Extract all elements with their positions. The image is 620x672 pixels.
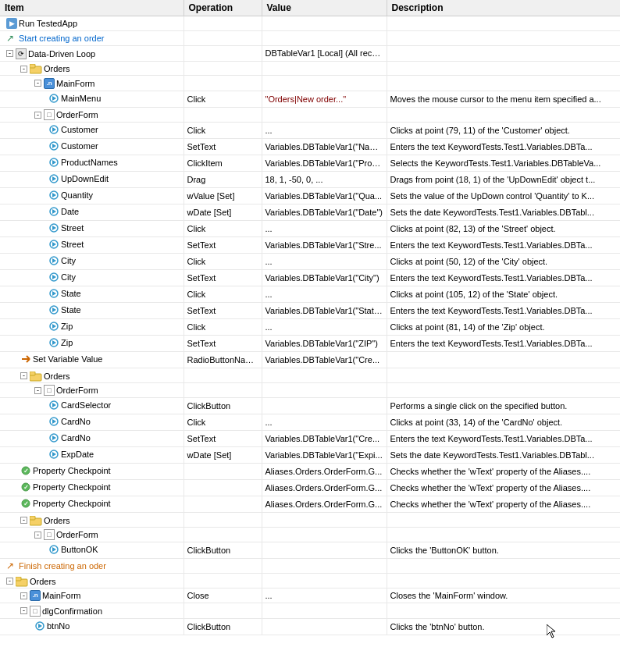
svg-marker-29 — [52, 324, 56, 329]
operation-cell: RadioButtonName [Pr... — [184, 352, 262, 368]
table-row[interactable]: ↗ Start creating an order — [0, 31, 620, 46]
table-row[interactable]: City Click...Clicks at point (50, 12) of… — [0, 254, 620, 270]
table-row[interactable]: - □ OrderForm — [0, 382, 620, 398]
table-row[interactable]: State Click...Clicks at point (105, 12) … — [0, 286, 620, 303]
operation-cell: SetText — [184, 336, 262, 352]
expand-icon[interactable]: - — [34, 532, 41, 539]
item-cell: City — [0, 254, 184, 270]
expand-icon[interactable]: - — [6, 50, 13, 57]
action-icon — [48, 140, 59, 151]
item-cell: State — [0, 303, 184, 319]
item-cell: ProductNames — [0, 155, 184, 172]
description-cell: Selects the KeywordTests.Test1.Variables… — [387, 155, 620, 172]
value-cell — [262, 513, 387, 528]
table-row[interactable]: ✓ Property Checkpoint Aliases.Orders.Ord… — [0, 480, 620, 496]
table-row[interactable]: Zip SetTextVariables.DBTableVar1("ZIP")E… — [0, 336, 620, 352]
expand-icon[interactable]: - — [20, 66, 27, 73]
item-cell: Quantity — [0, 188, 184, 204]
description-cell: Clicks at point (50, 12) of the 'City' o… — [387, 254, 620, 270]
description-cell: Clicks the 'btnNo' button. — [387, 618, 620, 635]
table-row[interactable]: Set Variable Value RadioButtonName [Pr..… — [0, 352, 620, 368]
table-row[interactable]: - Orders — [0, 61, 620, 76]
table-row[interactable]: ✓ Property Checkpoint Aliases.Orders.Ord… — [0, 464, 620, 480]
description-cell — [387, 527, 620, 542]
value-cell — [262, 574, 387, 588]
value-cell — [262, 61, 387, 76]
value-cell: Variables.DBTableVar1("Nam... — [262, 139, 387, 155]
table-row[interactable]: - Orders — [0, 513, 620, 528]
expand-icon[interactable]: - — [34, 387, 41, 394]
operation-cell — [184, 31, 262, 46]
action-icon — [48, 337, 59, 348]
table-row[interactable]: Customer Click...Clicks at point (79, 11… — [0, 123, 620, 139]
table-row[interactable]: CardNo Click...Clicks at point (33, 14) … — [0, 414, 620, 431]
description-cell: Sets the date KeywordTests.Test1.Variabl… — [387, 447, 620, 464]
item-label: Customer — [61, 125, 98, 134]
table-row[interactable]: ✓ Property Checkpoint Aliases.Orders.Ord… — [0, 496, 620, 513]
table-row[interactable]: Customer SetTextVariables.DBTableVar1("N… — [0, 139, 620, 155]
operation-cell — [184, 382, 262, 398]
item-label: btnNo — [47, 621, 69, 631]
table-row[interactable]: - □ OrderForm — [0, 527, 620, 542]
operation-cell: wDate [Set] — [184, 204, 262, 221]
item-cell: Street — [0, 221, 184, 237]
table-row[interactable]: - .n MainForm Close...Closes the 'MainFo… — [0, 588, 620, 603]
net-icon: .n — [30, 590, 41, 601]
table-row[interactable]: UpDownEdit Drag18, 1, -50, 0, ...Drags f… — [0, 172, 620, 188]
expand-icon[interactable]: - — [20, 372, 27, 379]
table-row[interactable]: - .n MainForm — [0, 76, 620, 91]
table-row[interactable]: Date wDate [Set]Variables.DBTableVar1("D… — [0, 204, 620, 221]
table-row[interactable]: ExpDate wDate [Set]Variables.DBTableVar1… — [0, 447, 620, 464]
svg-marker-5 — [52, 127, 56, 132]
expand-icon[interactable]: - — [20, 592, 27, 599]
expand-icon[interactable]: - — [34, 80, 41, 87]
table-row[interactable]: ProductNames ClickItemVariables.DBTableV… — [0, 155, 620, 172]
header-value: Value — [262, 0, 387, 16]
table-row[interactable]: Street Click...Clicks at point (82, 13) … — [0, 221, 620, 237]
table-row[interactable]: btnNo ClickButtonClicks the 'btnNo' butt… — [0, 618, 620, 635]
table-row[interactable]: ↗ Finish creating an oder — [0, 559, 620, 574]
svg-rect-56 — [16, 577, 21, 581]
table-row[interactable]: Street SetTextVariables.DBTableVar1("Str… — [0, 237, 620, 254]
item-cell: - Orders — [0, 513, 184, 528]
svg-marker-44 — [52, 452, 56, 457]
table-row[interactable]: - ⟳ Data-Driven Loop DBTableVar1 [Local]… — [0, 46, 620, 62]
description-cell — [387, 574, 620, 588]
action-icon — [48, 449, 59, 460]
operation-cell: ClickItem — [184, 155, 262, 172]
expand-icon[interactable]: - — [6, 578, 13, 585]
table-row[interactable]: State SetTextVariables.DBTableVar1("Stat… — [0, 303, 620, 319]
item-label: OrderForm — [56, 386, 98, 395]
value-cell — [262, 542, 387, 559]
description-cell: Clicks at point (82, 13) of the 'Street'… — [387, 221, 620, 237]
table-row[interactable]: - Orders — [0, 368, 620, 383]
table-row[interactable]: Quantity wValue [Set]Variables.DBTableVa… — [0, 188, 620, 204]
description-cell: Sets the date KeywordTests.Test1.Variabl… — [387, 204, 620, 221]
svg-marker-19 — [52, 242, 56, 247]
value-cell: ... — [262, 414, 387, 431]
svg-marker-3 — [52, 96, 56, 101]
value-cell — [262, 76, 387, 91]
item-label: MainMenu — [61, 94, 101, 103]
table-row[interactable]: - □ OrderForm — [0, 107, 620, 123]
table-row[interactable]: MainMenu Click"Orders|New order..."Moves… — [0, 91, 620, 107]
table-row[interactable]: ▶ Run TestedApp — [0, 16, 620, 31]
table-row[interactable]: - Orders — [0, 574, 620, 588]
table-row[interactable]: CardNo SetTextVariables.DBTableVar1("Cre… — [0, 431, 620, 447]
table-row[interactable]: Zip Click...Clicks at point (81, 14) of … — [0, 319, 620, 336]
item-label: CardNo — [61, 433, 91, 443]
item-cell: - □ OrderForm — [0, 527, 184, 542]
expand-icon[interactable]: - — [20, 607, 27, 614]
operation-cell — [184, 46, 262, 62]
table-row[interactable]: - □ dlgConfirmation — [0, 603, 620, 619]
table-row[interactable]: City SetTextVariables.DBTableVar1("City"… — [0, 270, 620, 286]
value-cell: ... — [262, 221, 387, 237]
item-cell: State — [0, 286, 184, 303]
table-row[interactable]: CardSelector ClickButtonPerforms a singl… — [0, 398, 620, 414]
description-cell: Enters the text KeywordTests.Test1.Varia… — [387, 139, 620, 155]
item-label: Quantity — [61, 190, 93, 200]
expand-icon[interactable]: - — [34, 112, 41, 119]
table-row[interactable]: ButtonOK ClickButtonClicks the 'ButtonOK… — [0, 542, 620, 559]
action-icon — [48, 432, 59, 443]
expand-icon[interactable]: - — [20, 517, 27, 524]
